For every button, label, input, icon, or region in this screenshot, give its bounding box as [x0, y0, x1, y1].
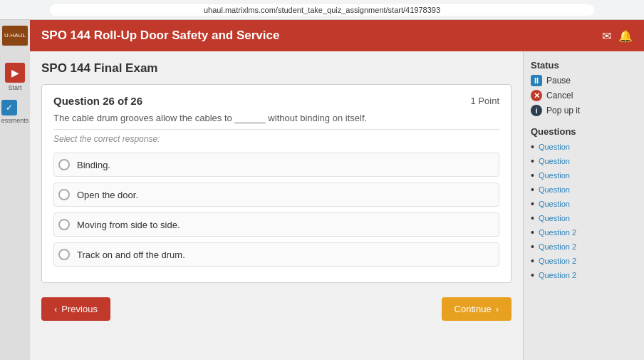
answer-option-1[interactable]: Binding.: [53, 153, 499, 177]
answer-option-4[interactable]: Track on and off the drum.: [53, 242, 499, 267]
header-icons: ✉ 🔔: [602, 29, 633, 43]
main-layout: U-HAUL ▶ Start ✓ essments SPO 144 Roll-U…: [0, 20, 644, 360]
bullet-4: •: [531, 184, 534, 195]
question-link-label-3: Question: [539, 171, 570, 180]
popup-label: Pop up it: [546, 106, 580, 115]
question-link-label-5: Question: [539, 200, 570, 208]
continue-button[interactable]: Continue ›: [442, 297, 511, 321]
popup-icon: i: [531, 105, 542, 116]
question-link-label-7: Question 2: [539, 228, 576, 237]
question-link-4[interactable]: • Question: [531, 184, 637, 195]
browser-bar: uhaul.matrixlms.com/student_take_quiz_as…: [0, 0, 644, 20]
cancel-label: Cancel: [546, 91, 573, 101]
continue-label: Continue: [455, 304, 492, 314]
question-link-2[interactable]: • Question: [531, 155, 637, 167]
bullet-9: •: [531, 255, 534, 267]
sidebar-start-icon[interactable]: ▶: [5, 63, 25, 83]
select-instruction: Select the correct response:: [53, 134, 499, 144]
mail-icon[interactable]: ✉: [602, 29, 611, 43]
bullet-2: •: [531, 155, 534, 167]
status-pause[interactable]: II Pause: [531, 75, 637, 86]
nav-buttons: ‹ Previous Continue ›: [41, 290, 511, 324]
bullet-5: •: [531, 198, 534, 210]
question-link-10[interactable]: • Question 2: [531, 269, 637, 281]
pause-icon: II: [531, 75, 542, 86]
previous-button[interactable]: ‹ Previous: [41, 297, 110, 321]
question-number: Question 26 of 26: [53, 95, 142, 107]
question-link-label-1: Question: [539, 143, 570, 151]
sidebar-assessments-check[interactable]: ✓: [1, 100, 17, 115]
question-header: Question 26 of 26 1 Point: [53, 95, 499, 107]
previous-label: Previous: [61, 304, 98, 314]
bullet-7: •: [531, 227, 534, 238]
questions-section: Questions • Question • Question • Questi…: [531, 126, 637, 281]
question-card: Question 26 of 26 1 Point The cable drum…: [41, 84, 511, 283]
status-cancel[interactable]: ✕ Cancel: [531, 90, 637, 101]
question-link-label-4: Question: [539, 185, 570, 194]
sidebar-start-label: Start: [5, 84, 25, 91]
questions-panel-title: Questions: [531, 126, 637, 137]
app-header: SPO 144 Roll-Up Door Safety and Service …: [30, 20, 644, 51]
sidebar-thumbnail: U-HAUL: [2, 26, 28, 46]
bullet-10: •: [531, 269, 534, 281]
status-popup[interactable]: i Pop up it: [531, 105, 637, 116]
quiz-area: SPO 144 Final Exam Question 26 of 26 1 P…: [30, 51, 523, 360]
question-link-9[interactable]: • Question 2: [531, 255, 637, 267]
bullet-3: •: [531, 170, 534, 181]
content-area: SPO 144 Roll-Up Door Safety and Service …: [30, 20, 644, 360]
continue-chevron-icon: ›: [496, 304, 499, 314]
question-link-1[interactable]: • Question: [531, 141, 637, 153]
question-link-8[interactable]: • Question 2: [531, 241, 637, 252]
pause-label: Pause: [546, 76, 571, 86]
bullet-8: •: [531, 241, 534, 252]
status-section: Status II Pause ✕ Cancel i Pop up it: [531, 60, 637, 116]
question-link-6[interactable]: • Question: [531, 212, 637, 224]
bell-icon[interactable]: 🔔: [618, 29, 633, 43]
bullet-1: •: [531, 141, 534, 153]
answer-text-1: Binding.: [77, 160, 110, 170]
answer-text-4: Track on and off the drum.: [77, 250, 185, 260]
bullet-6: •: [531, 212, 534, 224]
question-link-7[interactable]: • Question 2: [531, 227, 637, 238]
radio-4[interactable]: [58, 249, 70, 260]
answer-text-2: Open the door.: [77, 190, 138, 200]
question-link-3[interactable]: • Question: [531, 170, 637, 181]
exam-title: SPO 144 Final Exam: [41, 61, 511, 76]
question-link-label-8: Question 2: [539, 242, 576, 251]
sidebar-assessments-label: essments: [1, 117, 29, 124]
header-title: SPO 144 Roll-Up Door Safety and Service: [41, 29, 279, 43]
question-link-label-6: Question: [539, 214, 570, 222]
answer-option-3[interactable]: Moving from side to side.: [53, 212, 499, 237]
radio-3[interactable]: [58, 219, 70, 230]
question-link-label-10: Question 2: [539, 271, 576, 279]
previous-chevron-icon: ‹: [54, 304, 57, 314]
page-content: SPO 144 Final Exam Question 26 of 26 1 P…: [30, 51, 644, 360]
answer-option-2[interactable]: Open the door.: [53, 182, 499, 207]
answer-text-3: Moving from side to side.: [77, 220, 180, 230]
question-link-label-9: Question 2: [539, 257, 576, 265]
left-sidebar: U-HAUL ▶ Start ✓ essments: [0, 20, 30, 360]
right-panel: Status II Pause ✕ Cancel i Pop up it: [523, 51, 644, 360]
question-link-5[interactable]: • Question: [531, 198, 637, 210]
browser-url: uhaul.matrixlms.com/student_take_quiz_as…: [50, 4, 594, 16]
radio-1[interactable]: [58, 159, 70, 170]
question-link-label-2: Question: [539, 157, 570, 165]
question-points: 1 Point: [471, 96, 499, 106]
question-text: The cable drum grooves allow the cables …: [53, 113, 499, 130]
radio-2[interactable]: [58, 189, 70, 200]
status-title: Status: [531, 60, 637, 71]
cancel-icon: ✕: [531, 90, 542, 101]
